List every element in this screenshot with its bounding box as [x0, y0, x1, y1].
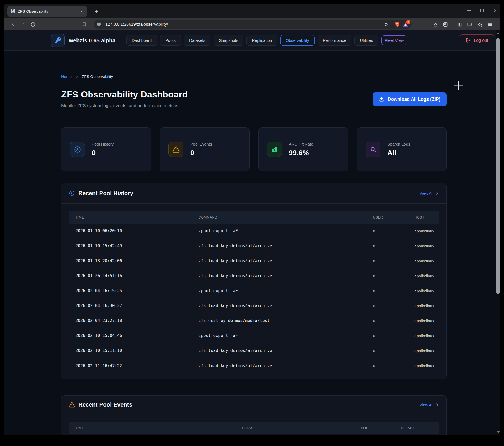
scrollbar-thumb[interactable]: [496, 38, 500, 294]
page-title: ZFS Observability Dashboard: [61, 89, 188, 100]
cell-user: 0: [367, 364, 408, 368]
wallet-icon[interactable]: [467, 22, 472, 27]
site-info-icon[interactable]: [97, 22, 101, 27]
nav-pools[interactable]: Pools: [160, 35, 181, 46]
history-view-all-link[interactable]: View All: [420, 191, 439, 195]
page-scrollbar[interactable]: [496, 30, 500, 435]
table-row: 2026-02-11 16:47:22zfs load-key deimos/a…: [69, 358, 439, 373]
stat-value: 0: [92, 149, 114, 157]
url-bar[interactable]: 127.0.0.1:26619/zfs/observability/ 1: [94, 20, 412, 29]
table-row: 2026-01-10 06:20:10zpool export -aF0apol…: [69, 224, 439, 238]
table-row: 2026-01-10 15:42:49zfs load-key deimos/a…: [69, 238, 439, 253]
cursor-crosshair: [454, 81, 463, 91]
warning-triangle-icon: [69, 402, 75, 408]
nav-datasets[interactable]: Datasets: [184, 35, 210, 46]
browser-tab[interactable]: ZFS Observability ×: [7, 6, 87, 17]
cell-host: apollo:linux: [408, 349, 439, 353]
cell-user: 0: [367, 244, 408, 248]
recent-pool-events-panel: Recent Pool Events View All TIME CLASS: [61, 395, 447, 435]
nav-performance[interactable]: Performance: [318, 35, 352, 46]
cell-host: apollo:linux: [408, 334, 439, 338]
nav-replication[interactable]: Replication: [246, 35, 277, 46]
nav-snapshots[interactable]: Snapshots: [214, 35, 243, 46]
site-navbar: webzfs 0.65 alpha Dashboard Pools Datase…: [4, 30, 500, 51]
page-content: Home ZFS Observability ZFS Observability…: [61, 74, 447, 435]
cell-time: 2026-02-10 15:11:10: [69, 348, 192, 353]
view-all-label: View All: [420, 403, 433, 407]
brave-shield-icon[interactable]: [395, 22, 400, 27]
window-controls: ×: [466, 4, 498, 17]
reload-icon[interactable]: [30, 22, 35, 27]
cell-command: zfs load-key deimos/ai/archive: [192, 364, 367, 368]
logout-button[interactable]: Log out: [460, 34, 494, 46]
cell-host: apollo:linux: [408, 229, 439, 233]
nav-dashboard[interactable]: Dashboard: [126, 35, 157, 46]
stat-arc-hit-rate: ARC Hit Rate 99.6%: [258, 127, 348, 171]
nav-observability[interactable]: Observability: [280, 35, 315, 46]
logout-label: Log out: [474, 38, 488, 43]
stat-search-logs: Search Logs All: [357, 127, 447, 171]
nav-utilities[interactable]: Utilities: [354, 35, 378, 46]
extensions-puzzle-icon[interactable]: [433, 22, 438, 27]
table-row: 2026-02-04 23:27:18zfs destroy deimos/me…: [69, 313, 439, 328]
window-close-button[interactable]: ×: [492, 8, 498, 13]
cell-host: apollo:linux: [408, 289, 439, 293]
col-command: COMMAND: [192, 216, 367, 219]
back-icon[interactable]: [11, 22, 16, 27]
stat-pool-events: Pool Events 0: [160, 127, 250, 171]
cell-time: 2026-02-04 16:15:25: [69, 288, 192, 293]
scroll-down-icon[interactable]: [497, 431, 500, 433]
col-pool: POOL: [354, 426, 394, 430]
cell-time: 2026-02-10 15:04:46: [69, 333, 192, 338]
browser-window: ZFS Observability × + ×: [4, 4, 500, 435]
fleet-view-button[interactable]: Fleet View: [381, 35, 407, 45]
sidebar-icon[interactable]: [457, 22, 462, 27]
scroll-up-icon[interactable]: [497, 32, 500, 34]
cell-user: 0: [367, 259, 408, 263]
brave-rewards-icon[interactable]: 1: [403, 22, 408, 27]
breadcrumb-current: ZFS Observability: [82, 74, 113, 79]
cell-host: apollo:linux: [408, 274, 439, 278]
page-viewport: webzfs 0.65 alpha Dashboard Pools Datase…: [4, 30, 500, 435]
search-panel-icon[interactable]: [443, 22, 448, 27]
search-icon: [366, 142, 380, 157]
cell-user: 0: [367, 274, 408, 278]
table-row: 2026-01-26 14:51:16zfs load-key deimos/a…: [69, 268, 439, 283]
floppy-favicon: [11, 9, 15, 14]
cell-host: apollo:linux: [408, 259, 439, 263]
cell-command: zfs load-key deimos/ai/archive: [192, 273, 367, 278]
window-maximize-button[interactable]: [479, 8, 485, 13]
browser-toolbar: 127.0.0.1:26619/zfs/observability/ 1: [4, 18, 500, 30]
cell-command: zpool export -aF: [192, 288, 367, 293]
cell-host: apollo:linux: [408, 244, 439, 248]
breadcrumb-home-link[interactable]: Home: [61, 74, 72, 79]
brand-title: webzfs 0.65 alpha: [69, 37, 115, 44]
col-details: DETAILS: [394, 426, 439, 430]
breadcrumb: Home ZFS Observability: [61, 74, 447, 79]
stat-label: ARC Hit Rate: [289, 142, 313, 147]
events-view-all-link[interactable]: View All: [420, 403, 439, 407]
tab-strip: ZFS Observability × + ×: [4, 4, 500, 18]
stat-pool-history: Pool History 0: [61, 127, 151, 171]
view-all-label: View All: [420, 191, 433, 195]
stat-value: All: [387, 149, 410, 157]
col-time: TIME: [69, 426, 235, 430]
leo-ai-sparkle-icon[interactable]: [477, 22, 482, 27]
cell-time: 2026-02-04 16:30:27: [69, 303, 192, 308]
col-host: HOST: [408, 216, 439, 219]
new-tab-button[interactable]: +: [92, 7, 101, 16]
cell-command: zpool export -aF: [192, 333, 367, 338]
download-all-logs-button[interactable]: Download All Logs (ZIP): [373, 92, 447, 106]
table-row: 2026-02-04 16:15:25zpool export -aF0apol…: [69, 283, 439, 298]
warning-triangle-icon: [168, 142, 183, 157]
forward-icon[interactable]: [20, 22, 26, 27]
menu-hamburger-icon[interactable]: [487, 22, 492, 27]
cell-host: apollo:linux: [408, 304, 439, 308]
window-minimize-button[interactable]: [466, 8, 471, 13]
share-icon[interactable]: [384, 22, 389, 27]
cell-command: zfs load-key deimos/ai/archive: [192, 258, 367, 263]
cell-command: zfs load-key deimos/ai/archive: [192, 303, 367, 308]
bookmark-icon[interactable]: [82, 22, 87, 27]
tab-close-icon[interactable]: ×: [79, 9, 84, 14]
panel-title: Recent Pool History: [78, 190, 133, 197]
